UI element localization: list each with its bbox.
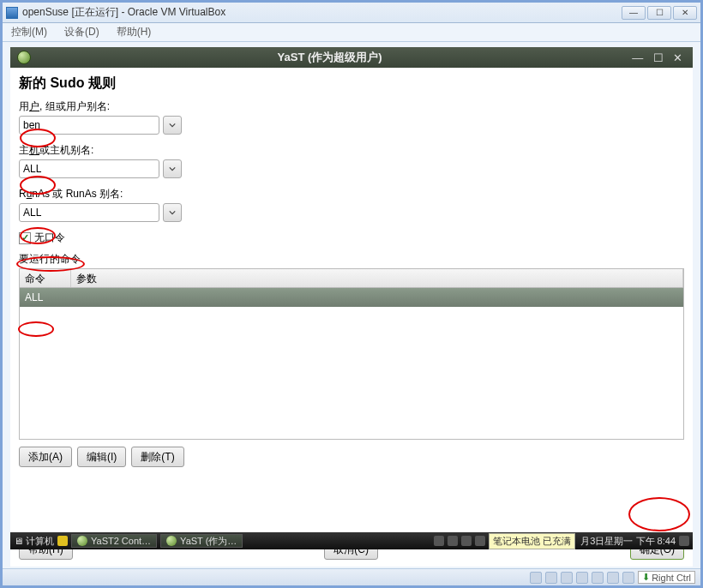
status-display-icon[interactable] bbox=[607, 572, 619, 584]
tray-icon[interactable] bbox=[448, 536, 458, 546]
runas-label: RunAs 或 RunAs 别名: bbox=[19, 187, 684, 201]
virtualbox-icon bbox=[6, 7, 18, 19]
yast-title: YaST (作为超级用户) bbox=[31, 50, 628, 65]
guest-screen: YaST (作为超级用户) — ☐ ✕ 新的 Sudo 规则 用户, 组或用户别… bbox=[10, 47, 693, 567]
tray-icon[interactable] bbox=[461, 536, 472, 546]
edit-button[interactable]: 编辑(I) bbox=[77, 447, 126, 467]
vb-titlebar: openSuse [正在运行] - Oracle VM VirtualBox —… bbox=[3, 3, 700, 23]
nopassword-checkbox-row[interactable]: ✓ 无口令 bbox=[19, 231, 684, 245]
menu-help[interactable]: 帮助(H) bbox=[117, 25, 152, 39]
clock: 月3日星期一 下午 8:44 bbox=[580, 535, 676, 548]
table-header: 命令 参数 bbox=[20, 269, 683, 288]
cell-command: ALL bbox=[20, 291, 48, 303]
nopassword-label: 无口令 bbox=[34, 231, 65, 245]
orb-icon bbox=[166, 536, 177, 546]
yast-body: 新的 Sudo 规则 用户, 组或用户别名: 主机或主机别名: Ru bbox=[10, 68, 693, 532]
yast-titlebar: YaST (作为超级用户) — ☐ ✕ bbox=[10, 47, 693, 68]
status-mouse-icon[interactable] bbox=[622, 572, 634, 584]
table-row[interactable]: ALL bbox=[20, 288, 683, 307]
vb-title: openSuse [正在运行] - Oracle VM VirtualBox bbox=[22, 5, 622, 20]
runas-drop-button[interactable] bbox=[163, 203, 182, 222]
host-input[interactable] bbox=[19, 159, 159, 178]
chevron-down-icon bbox=[169, 165, 176, 172]
close-button[interactable]: ✕ bbox=[673, 6, 697, 20]
status-net-icon[interactable] bbox=[561, 572, 573, 584]
status-optical-icon[interactable] bbox=[545, 572, 557, 584]
task-yast2-cont[interactable]: YaST2 Cont… bbox=[71, 534, 157, 548]
chevron-down-icon bbox=[169, 209, 176, 216]
status-disk-icon[interactable] bbox=[530, 572, 542, 584]
host-key-indicator: ⬇ Right Ctrl bbox=[638, 571, 695, 584]
runas-combobox[interactable] bbox=[19, 203, 182, 222]
add-button[interactable]: 添加(A) bbox=[19, 447, 72, 467]
col-command[interactable]: 命令 bbox=[20, 269, 71, 287]
tray-icon[interactable] bbox=[679, 536, 689, 546]
arrow-down-icon: ⬇ bbox=[642, 572, 650, 583]
delete-button[interactable]: 删除(T) bbox=[131, 447, 183, 467]
guest-taskbar: 🖥 计算机 YaST2 Cont… YaST (作为… 笔记本电池 已充满 月3… bbox=[10, 532, 693, 549]
page-title: 新的 Sudo 规则 bbox=[19, 75, 684, 93]
taskbar-icon[interactable] bbox=[57, 536, 68, 546]
tray-icon[interactable] bbox=[434, 536, 444, 546]
vb-statusbar: ⬇ Right Ctrl bbox=[3, 568, 700, 585]
yast-icon bbox=[17, 51, 31, 64]
virtualbox-window: openSuse [正在运行] - Oracle VM VirtualBox —… bbox=[0, 0, 703, 588]
nopassword-checkbox[interactable]: ✓ bbox=[19, 232, 31, 244]
computer-icon[interactable]: 🖥 计算机 bbox=[14, 535, 54, 548]
commands-label: 要运行的命令 bbox=[19, 252, 684, 267]
status-usb-icon[interactable] bbox=[576, 572, 588, 584]
chevron-down-icon bbox=[169, 122, 176, 129]
task-yast[interactable]: YaST (作为… bbox=[160, 534, 243, 548]
tray-icon[interactable] bbox=[475, 536, 485, 546]
orb-icon bbox=[77, 536, 87, 546]
user-input[interactable] bbox=[19, 116, 159, 135]
yast-minimize-button[interactable]: — bbox=[632, 51, 643, 64]
battery-status[interactable]: 笔记本电池 已充满 bbox=[489, 533, 575, 549]
minimize-button[interactable]: — bbox=[622, 6, 646, 20]
user-combobox[interactable] bbox=[19, 116, 182, 135]
commands-table[interactable]: 命令 参数 ALL bbox=[19, 268, 684, 440]
host-label: 主机或主机别名: bbox=[19, 143, 684, 158]
host-drop-button[interactable] bbox=[163, 159, 182, 178]
user-drop-button[interactable] bbox=[163, 116, 182, 135]
yast-maximize-button[interactable]: ☐ bbox=[653, 51, 664, 64]
col-params[interactable]: 参数 bbox=[71, 269, 683, 287]
menu-control[interactable]: 控制(M) bbox=[11, 25, 47, 39]
menu-device[interactable]: 设备(D) bbox=[64, 25, 99, 39]
vb-menubar: 控制(M) 设备(D) 帮助(H) bbox=[3, 23, 700, 42]
yast-close-button[interactable]: ✕ bbox=[673, 51, 682, 64]
status-folder-icon[interactable] bbox=[592, 572, 604, 584]
maximize-button[interactable]: ☐ bbox=[647, 6, 671, 20]
user-label: 用户, 组或用户别名: bbox=[19, 99, 684, 114]
host-combobox[interactable] bbox=[19, 159, 182, 178]
runas-input[interactable] bbox=[19, 203, 159, 222]
